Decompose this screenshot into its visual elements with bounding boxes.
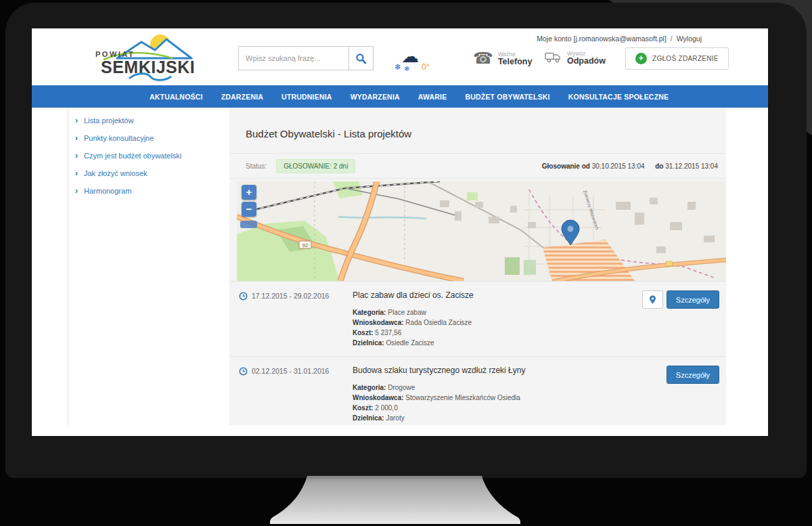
sidebar-item-lista-projektow[interactable]: › Lista projektów (68, 112, 229, 129)
field-label: Koszt: (353, 329, 374, 336)
plus-icon: + (635, 53, 647, 64)
weather-widget: ☁ ❄ ❄ 0° (393, 46, 441, 77)
phones-small-label: Ważne (498, 51, 532, 58)
status-badge: GŁOSOWANIE: 2 dni (276, 159, 355, 173)
project-dates: 02.12.2015 - 31.01.2016 (239, 366, 353, 423)
nav-item-zdarzenia[interactable]: ZDARZENIA (221, 93, 263, 101)
important-phones-link[interactable]: ☎ Ważne Telefony (473, 50, 532, 66)
site-logo[interactable]: POWIAT SEMKIJSKI (90, 30, 206, 87)
field-value: Jaroty (386, 414, 404, 422)
sidebar-item-czym-jest-budzet[interactable]: › Czym jest budżet obywatelski (68, 147, 229, 165)
main-navigation: AKTUALNOŚCI ZDARZENIA UTRUDNIENIA WYDARZ… (32, 85, 768, 108)
show-on-map-button[interactable] (642, 290, 663, 309)
details-button[interactable]: Szczegóły (667, 290, 719, 309)
search-box (238, 46, 374, 70)
project-info: Budowa szlaku turystycznego wzdłuż rzeki… (353, 366, 618, 423)
project-actions: Szczegóły (618, 366, 719, 423)
field-value: Drogowe (388, 384, 415, 391)
sidebar-item-jak-zlozyc-wniosek[interactable]: › Jak złożyć wniosek (68, 165, 229, 182)
chevron-right-icon: › (75, 169, 78, 178)
report-incident-label: ZGŁOŚ ZDARZENIE (652, 55, 719, 62)
field-value: Osiedle Zacisze (386, 339, 434, 347)
page-title: Budżet Obywatelski - Lista projektów (229, 108, 726, 154)
status-label: Status: (246, 162, 267, 170)
map-layers-control[interactable] (240, 221, 257, 228)
report-incident-button[interactable]: + ZGŁOŚ ZDARZENIE (625, 47, 729, 70)
phone-icon: ☎ (473, 50, 493, 66)
voting-from-value: 30.10.2015 13:04 (592, 162, 645, 170)
project-row: 17.12.2015 - 29.02.2016 Plac zabaw dla d… (229, 281, 726, 356)
waste-collection-link[interactable]: Wywóz Odpadów (545, 50, 606, 66)
sidebar-item-label: Czym jest budżet obywatelski (84, 152, 181, 160)
content-area: › Lista projektów › Punkty konsultacyjne… (32, 108, 768, 436)
sidebar-item-label: Punkty konsultacyjne (84, 134, 154, 142)
project-actions: Szczegóły (618, 290, 719, 348)
nav-item-utrudnienia[interactable]: UTRUDNIENIA (281, 93, 332, 101)
project-dates: 17.12.2015 - 29.02.2016 (239, 290, 353, 348)
waste-label: Odpadów (567, 57, 606, 66)
map[interactable]: 92 Żołnierzy Mazurskich + − (237, 181, 726, 281)
sidebar-item-label: Harmonogram (84, 187, 131, 195)
project-title[interactable]: Budowa szlaku turystycznego wzdłuż rzeki… (353, 366, 618, 375)
map-canvas: 92 Żołnierzy Mazurskich (237, 181, 726, 281)
field-label: Dzielnica: (353, 339, 384, 347)
search-button[interactable] (348, 47, 373, 70)
account-separator: / (671, 35, 673, 43)
background: POWIAT SEMKIJSKI Moje konto [j.romanowsk… (0, 0, 812, 526)
map-zoom-in-button[interactable]: + (242, 185, 256, 200)
field-value: 2 000,0 (375, 404, 397, 412)
sidebar: › Lista projektów › Punkty konsultacyjne… (68, 112, 229, 200)
field-label: Kategoria: (353, 384, 386, 391)
project-row: 02.12.2015 - 31.01.2016 Budowa szlaku tu… (229, 356, 726, 425)
clock-icon (239, 292, 248, 301)
field-value: Stowarzyszenie Mieszkańców Osiedla (405, 394, 520, 401)
field-value: 5 237,56 (375, 329, 401, 336)
nav-item-aktualnosci[interactable]: AKTUALNOŚCI (150, 93, 203, 101)
project-title[interactable]: Plac zabaw dla dzieci os. Zacisze (353, 290, 618, 300)
project-date-range: 02.12.2015 - 31.01.2016 (252, 367, 329, 423)
details-button[interactable]: Szczegóły (667, 366, 719, 384)
pin-icon (649, 295, 656, 305)
field-value: Place zabaw (388, 309, 426, 316)
phones-label: Telefony (498, 58, 532, 66)
project-date-range: 17.12.2015 - 29.02.2016 (252, 292, 329, 348)
truck-icon (545, 51, 562, 66)
field-label: Wnioskodawca: (353, 394, 404, 401)
snowflake-icon: ❄ (394, 62, 401, 72)
logo-graphic: POWIAT SEMKIJSKI (90, 30, 206, 84)
nav-item-konsultacje[interactable]: KONSULTACJE SPOŁECZNE (568, 93, 669, 101)
voting-to-label: do (655, 162, 663, 170)
chevron-right-icon: › (75, 133, 78, 143)
project-info: Plac zabaw dla dzieci os. Zacisze Katego… (353, 290, 618, 348)
nav-item-budzet-obywatelski[interactable]: BUDŻET OBYWATELSKI (465, 93, 549, 101)
sidebar-item-label: Jak złożyć wniosek (84, 169, 148, 177)
chevron-right-icon: › (75, 116, 78, 125)
site-header: POWIAT SEMKIJSKI Moje konto [j.romanowsk… (32, 28, 768, 85)
logout-link[interactable]: Wyloguj (677, 35, 702, 43)
field-label: Koszt: (353, 404, 374, 412)
field-label: Dzielnica: (353, 414, 384, 422)
road-number-badge: 92 (302, 242, 309, 248)
voting-dates: Głosowanie od 30.10.2015 13:04 do 31.12.… (542, 162, 718, 170)
search-input[interactable] (239, 47, 348, 70)
nav-item-wydarzenia[interactable]: WYDARZENIA (351, 93, 400, 101)
sidebar-item-harmonogram[interactable]: › Harmonogram (68, 182, 229, 200)
status-bar: Status: GŁOSOWANIE: 2 dni Głosowanie od … (229, 154, 726, 179)
field-value: Rada Osiedla Zacisze (405, 319, 472, 326)
account-link[interactable]: Moje konto [j.romanowska@wamasoft.pl] (537, 35, 667, 43)
sidebar-item-punkty-konsultacyjne[interactable]: › Punkty konsultacyjne (68, 129, 229, 147)
nav-item-awarie[interactable]: AWARIE (418, 93, 447, 101)
monitor-stand (264, 475, 528, 526)
voting-to-value: 31.12.2015 13:04 (665, 162, 718, 170)
map-zoom-out-button[interactable]: − (242, 202, 256, 217)
sidebar-item-label: Lista projektów (84, 116, 133, 125)
chevron-right-icon: › (75, 151, 78, 160)
snowflake-icon: ❄ (404, 65, 409, 72)
field-label: Wnioskodawca: (353, 319, 404, 326)
main-panel: Budżet Obywatelski - Lista projektów Sta… (229, 108, 726, 425)
browser-screen: POWIAT SEMKIJSKI Moje konto [j.romanowsk… (32, 28, 768, 436)
search-icon (355, 53, 367, 64)
chevron-right-icon: › (75, 186, 78, 196)
account-bar: Moje konto [j.romanowska@wamasoft.pl]/Wy… (537, 35, 702, 43)
temperature-value: 0° (422, 62, 429, 72)
